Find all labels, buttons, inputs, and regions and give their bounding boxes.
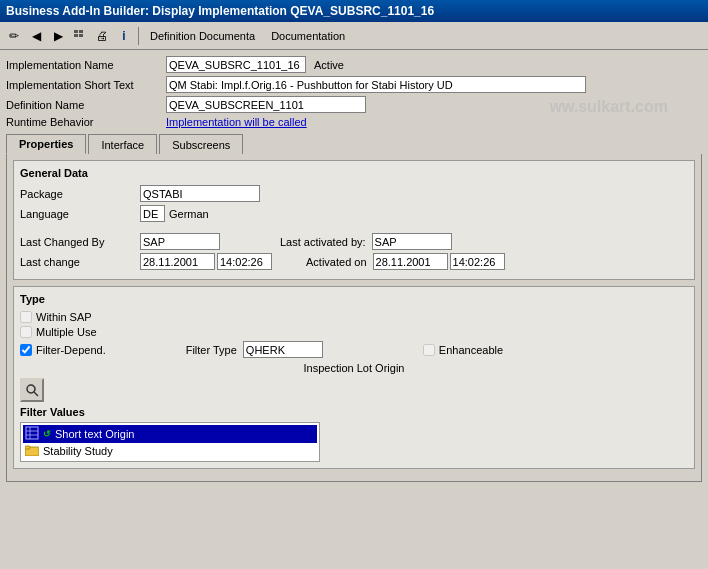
active-label: Active	[314, 59, 344, 71]
filter-description: Inspection Lot Origin	[20, 362, 688, 374]
svg-line-5	[34, 392, 38, 396]
within-sap-label: Within SAP	[36, 311, 92, 323]
package-input[interactable]	[140, 185, 260, 202]
folder-icon-2	[25, 444, 39, 458]
activated-on-date-input[interactable]	[373, 253, 448, 270]
back-icon[interactable]: ◀	[26, 26, 46, 46]
definition-btn[interactable]: Definition Documenta	[143, 27, 262, 45]
subscreens-tab[interactable]: Subscreens	[159, 134, 243, 154]
refresh-icon-1: ↺	[43, 429, 51, 439]
last-change-time-input[interactable]	[217, 253, 272, 270]
implementation-short-text-label: Implementation Short Text	[6, 79, 166, 91]
last-changed-by-label: Last Changed By	[20, 236, 140, 248]
runtime-behavior-label: Runtime Behavior	[6, 116, 166, 128]
title-label: Business Add-In Builder: Display Impleme…	[6, 4, 434, 18]
language-label: Language	[20, 208, 140, 220]
svg-rect-6	[26, 427, 38, 439]
activated-on-time-input[interactable]	[450, 253, 505, 270]
stability-study-item[interactable]: Stability Study	[23, 443, 317, 459]
pencil-icon[interactable]: ✏	[4, 26, 24, 46]
title-bar: Business Add-In Builder: Display Impleme…	[0, 0, 708, 22]
implementation-short-text-input[interactable]	[166, 76, 586, 93]
row-icon-1	[25, 426, 39, 442]
filter-type-input[interactable]	[243, 341, 323, 358]
general-data-section: General Data Package Language German Las…	[13, 160, 695, 280]
language-code-input[interactable]	[140, 205, 165, 222]
short-text-origin-item[interactable]: ↺ Short text Origin	[23, 425, 317, 443]
language-name: German	[169, 208, 209, 220]
definition-name-label: Definition Name	[6, 99, 166, 111]
interface-tab[interactable]: Interface	[88, 134, 157, 154]
short-text-origin-label: Short text Origin	[55, 428, 134, 440]
filter-depend-checkbox[interactable]	[20, 344, 32, 356]
documentation-btn[interactable]: Documentation	[264, 27, 352, 45]
type-section: Type Within SAP Multiple Use Filter-Depe…	[13, 286, 695, 469]
last-activated-by-input[interactable]	[372, 233, 452, 250]
stability-study-label: Stability Study	[43, 445, 113, 457]
enhanceable-label: Enhanceable	[439, 344, 503, 356]
within-sap-checkbox[interactable]	[20, 311, 32, 323]
filter-type-label: Filter Type	[186, 344, 237, 356]
last-changed-row: Last Changed By Last activated by:	[20, 233, 688, 250]
filter-values-list: ↺ Short text Origin Stability Study	[20, 422, 320, 462]
filter-depend-label: Filter-Depend.	[36, 344, 106, 356]
svg-rect-2	[79, 30, 83, 33]
within-sap-row: Within SAP	[20, 311, 688, 323]
toolbar: ✏ ◀ ▶ 🖨 i Definition Documenta Documenta…	[0, 22, 708, 50]
filter-values-title: Filter Values	[20, 406, 688, 418]
search-button[interactable]	[20, 378, 44, 402]
svg-point-4	[27, 385, 35, 393]
definition-name-row: Definition Name	[6, 96, 702, 113]
activated-on-label: Activated on	[306, 256, 367, 268]
info-icon[interactable]: i	[114, 26, 134, 46]
svg-rect-3	[79, 34, 83, 37]
main-content: ww.sulkart.com Implementation Name Activ…	[0, 50, 708, 488]
svg-rect-1	[74, 34, 78, 37]
enhanceable-row: Enhanceable	[423, 344, 503, 356]
last-change-row: Last change Activated on	[20, 253, 688, 270]
implementation-short-text-row: Implementation Short Text	[6, 76, 702, 93]
type-section-title: Type	[20, 293, 688, 305]
implementation-name-label: Implementation Name	[6, 59, 166, 71]
multiple-use-row: Multiple Use	[20, 326, 688, 338]
filter-depend-row: Filter-Depend.	[20, 344, 106, 356]
search-icon	[25, 383, 39, 397]
implementation-name-row: Implementation Name Active	[6, 56, 702, 73]
last-change-date-input[interactable]	[140, 253, 215, 270]
implementation-name-input[interactable]	[166, 56, 306, 73]
multiple-use-checkbox[interactable]	[20, 326, 32, 338]
tabs-container: Properties Interface Subscreens	[6, 134, 702, 154]
definition-name-input[interactable]	[166, 96, 366, 113]
last-change-label: Last change	[20, 256, 140, 268]
print-icon[interactable]: 🖨	[92, 26, 112, 46]
runtime-behavior-value[interactable]: Implementation will be called	[166, 116, 307, 128]
general-data-title: General Data	[20, 167, 688, 179]
properties-panel: General Data Package Language German Las…	[6, 154, 702, 482]
package-label: Package	[20, 188, 140, 200]
runtime-behavior-row: Runtime Behavior Implementation will be …	[6, 116, 702, 128]
multiple-use-label: Multiple Use	[36, 326, 97, 338]
properties-tab[interactable]: Properties	[6, 134, 86, 154]
enhanceable-checkbox[interactable]	[423, 344, 435, 356]
last-activated-by-label: Last activated by:	[280, 236, 366, 248]
svg-rect-11	[25, 446, 30, 449]
forward-icon[interactable]: ▶	[48, 26, 68, 46]
tree-icon[interactable]	[70, 26, 90, 46]
svg-rect-0	[74, 30, 78, 33]
language-row: Language German	[20, 205, 688, 222]
last-changed-by-input[interactable]	[140, 233, 220, 250]
package-row: Package	[20, 185, 688, 202]
toolbar-separator	[138, 27, 139, 45]
